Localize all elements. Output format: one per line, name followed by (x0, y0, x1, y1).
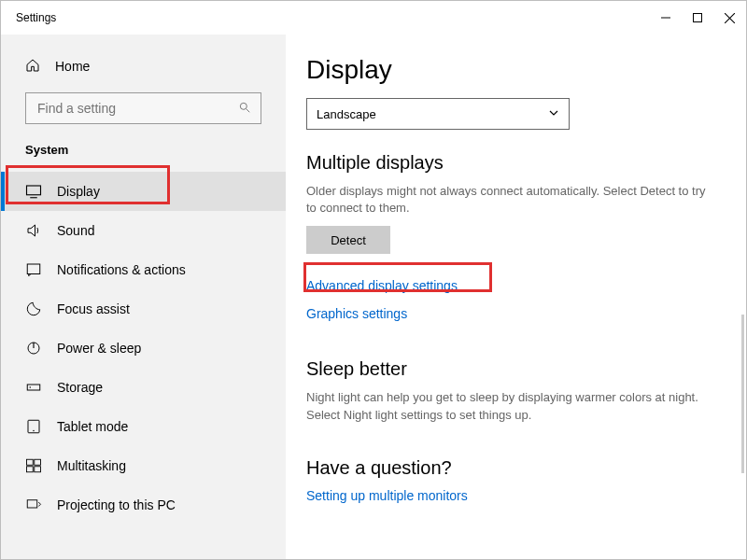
power-icon (25, 340, 42, 357)
sidebar-item-power[interactable]: Power & sleep (1, 329, 286, 368)
window-body: Home System Display (1, 35, 746, 559)
sidebar-item-projecting[interactable]: Projecting to this PC (1, 485, 286, 525)
svg-point-4 (240, 103, 247, 109)
sidebar-item-label: Projecting to this PC (57, 497, 176, 512)
sidebar-item-label: Power & sleep (57, 341, 141, 356)
svg-point-12 (30, 386, 32, 388)
window-controls (660, 12, 735, 23)
multitask-icon (25, 457, 42, 474)
search-box[interactable] (25, 92, 261, 124)
detect-button[interactable]: Detect (306, 226, 390, 254)
settings-window: Settings Home (0, 0, 747, 560)
advanced-display-link[interactable]: Advanced display settings (306, 278, 709, 293)
sidebar-item-label: Sound (57, 223, 94, 238)
window-title: Settings (16, 11, 56, 24)
maximize-button[interactable] (692, 12, 703, 23)
sidebar-item-focus[interactable]: Focus assist (1, 289, 286, 329)
orientation-dropdown[interactable]: Landscape (306, 98, 570, 130)
svg-rect-18 (35, 467, 41, 472)
notifications-icon (25, 261, 42, 278)
search-wrap (1, 92, 286, 124)
svg-rect-19 (27, 500, 37, 508)
sidebar-item-display[interactable]: Display (1, 172, 286, 211)
home-icon (25, 58, 40, 76)
svg-rect-11 (27, 385, 40, 390)
minimize-button[interactable] (660, 12, 671, 23)
sleep-heading: Sleep better (306, 358, 709, 380)
sidebar-item-label: Display (57, 184, 100, 199)
titlebar: Settings (1, 1, 746, 35)
display-icon (25, 183, 42, 200)
svg-rect-16 (35, 459, 41, 465)
svg-rect-15 (27, 459, 34, 465)
sleep-desc: Night light can help you get to sleep by… (306, 389, 709, 423)
storage-icon (25, 379, 42, 396)
page-title: Display (306, 55, 709, 85)
content-pane: Display Landscape Multiple displays Olde… (286, 35, 746, 559)
question-link[interactable]: Setting up multiple monitors (306, 488, 709, 503)
close-button[interactable] (724, 12, 735, 23)
sidebar-item-label: Tablet mode (57, 419, 128, 434)
sidebar-item-sound[interactable]: Sound (1, 211, 286, 250)
sidebar-item-label: Multitasking (57, 458, 126, 473)
question-section: Have a question? Setting up multiple mon… (306, 457, 709, 503)
orientation-value: Landscape (317, 107, 376, 121)
home-link[interactable]: Home (1, 51, 286, 81)
sidebar-item-storage[interactable]: Storage (1, 368, 286, 407)
graphics-settings-link[interactable]: Graphics settings (306, 306, 709, 321)
projecting-icon (25, 497, 42, 513)
sidebar-item-multitask[interactable]: Multitasking (1, 446, 286, 485)
search-input[interactable] (35, 100, 238, 117)
sidebar-item-label: Storage (57, 380, 103, 395)
sleep-better-section: Sleep better Night light can help you ge… (306, 358, 709, 423)
home-label: Home (55, 59, 90, 74)
svg-rect-17 (27, 467, 34, 472)
search-icon (238, 101, 251, 117)
svg-point-14 (33, 430, 35, 432)
sidebar-item-label: Focus assist (57, 301, 130, 316)
focus-icon (25, 301, 42, 317)
sound-icon (25, 222, 42, 239)
tablet-icon (25, 418, 42, 435)
svg-rect-6 (27, 186, 41, 195)
svg-line-5 (247, 108, 250, 112)
question-heading: Have a question? (306, 457, 709, 479)
svg-rect-1 (694, 14, 702, 22)
multiple-displays-desc: Older displays might not always connect … (306, 183, 709, 217)
chevron-down-icon (548, 107, 559, 121)
sidebar-item-notifications[interactable]: Notifications & actions (1, 250, 286, 289)
sidebar: Home System Display (1, 35, 286, 559)
svg-rect-8 (27, 264, 40, 274)
scrollbar[interactable] (741, 315, 744, 473)
sidebar-item-tablet[interactable]: Tablet mode (1, 407, 286, 446)
section-label: System (1, 139, 286, 172)
multiple-displays-heading: Multiple displays (306, 152, 709, 174)
sidebar-item-label: Notifications & actions (57, 262, 186, 277)
